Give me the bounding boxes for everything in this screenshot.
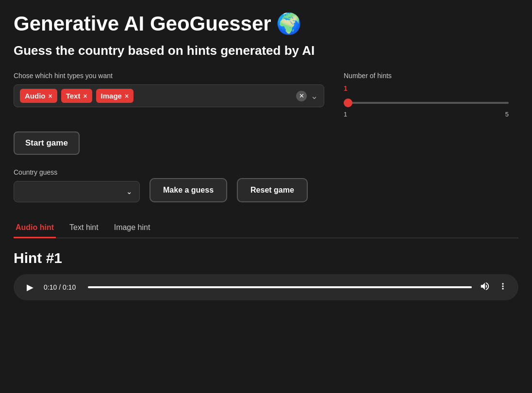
hint-types-section: Chose which hint types you want Audio × … bbox=[14, 72, 324, 107]
slider-current-value: 1 bbox=[344, 84, 518, 92]
globe-emoji: 🌍 bbox=[276, 12, 301, 35]
app-title-text: Generative AI GeoGuesser bbox=[14, 12, 271, 35]
tab-image-hint[interactable]: Image hint bbox=[112, 218, 152, 238]
guess-row: Country guess ⌄ Make a guess Reset game bbox=[14, 168, 518, 202]
more-options-button[interactable] bbox=[498, 281, 508, 294]
tag-audio-remove[interactable]: × bbox=[49, 92, 52, 100]
app-subtitle: Guess the country based on hints generat… bbox=[14, 43, 518, 58]
tag-audio[interactable]: Audio × bbox=[20, 89, 57, 103]
hint-tabs: Audio hint Text hint Image hint bbox=[14, 218, 518, 238]
volume-icon bbox=[480, 281, 490, 294]
multiselect-actions: ✕ ⌄ bbox=[296, 91, 318, 101]
tab-text-hint[interactable]: Text hint bbox=[67, 218, 100, 238]
hint-number: Hint #1 bbox=[14, 250, 518, 266]
hint-types-label: Chose which hint types you want bbox=[14, 72, 324, 80]
play-icon: ▶ bbox=[27, 282, 33, 293]
time-display: 0:10 / 0:10 bbox=[44, 283, 80, 291]
slider-max-label: 5 bbox=[505, 111, 509, 118]
reset-game-button[interactable]: Reset game bbox=[237, 178, 308, 202]
country-guess-label: Country guess bbox=[14, 168, 140, 176]
tab-audio-hint[interactable]: Audio hint bbox=[14, 218, 56, 238]
slider-labels: 1 5 bbox=[344, 111, 509, 118]
chevron-down-icon[interactable]: ⌄ bbox=[311, 91, 318, 101]
audio-player: ▶ 0:10 / 0:10 bbox=[14, 274, 518, 300]
tag-image-remove[interactable]: × bbox=[125, 92, 129, 100]
country-select-dropdown[interactable]: ⌄ bbox=[14, 181, 140, 202]
hints-count-label: Number of hints bbox=[344, 72, 518, 80]
config-row: Chose which hint types you want Audio × … bbox=[14, 72, 518, 118]
audio-progress-bar[interactable] bbox=[88, 286, 472, 288]
start-game-button[interactable]: Start game bbox=[14, 131, 80, 155]
hint-types-multiselect[interactable]: Audio × Text × Image × ✕ ⌄ bbox=[14, 84, 324, 107]
hints-count-section: Number of hints 1 1 5 bbox=[344, 72, 518, 118]
play-button[interactable]: ▶ bbox=[24, 281, 36, 293]
slider-container bbox=[344, 94, 518, 109]
tag-text[interactable]: Text × bbox=[61, 89, 92, 103]
more-icon bbox=[498, 281, 508, 294]
tag-image[interactable]: Image × bbox=[96, 89, 134, 103]
tag-text-label: Text bbox=[66, 92, 81, 100]
make-guess-button[interactable]: Make a guess bbox=[150, 178, 227, 202]
app-title: Generative AI GeoGuesser 🌍 bbox=[14, 12, 518, 35]
tag-text-remove[interactable]: × bbox=[83, 92, 87, 100]
country-guess-section: Country guess ⌄ bbox=[14, 168, 140, 202]
hints-slider[interactable] bbox=[344, 102, 509, 104]
clear-all-button[interactable]: ✕ bbox=[296, 91, 307, 101]
volume-button[interactable] bbox=[480, 281, 490, 294]
slider-min-label: 1 bbox=[344, 111, 347, 118]
tag-audio-label: Audio bbox=[25, 92, 46, 100]
chevron-down-icon-select: ⌄ bbox=[126, 187, 133, 196]
tag-image-label: Image bbox=[101, 92, 122, 100]
